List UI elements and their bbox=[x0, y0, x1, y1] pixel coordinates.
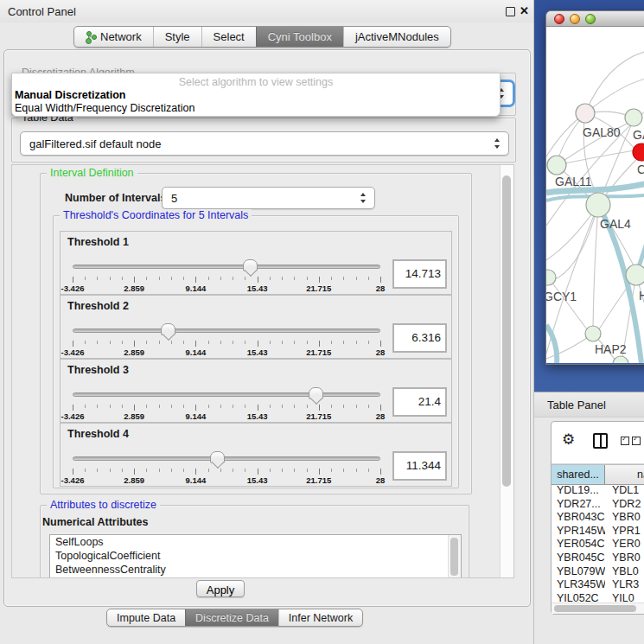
network-canvas[interactable]: GAL80GACGAL11GAL4GCY1HHAP2 bbox=[546, 27, 644, 363]
scrollbar-thumb[interactable] bbox=[502, 175, 511, 487]
threshold-slider[interactable]: -3.4262.8599.14415.4321.71528 bbox=[73, 258, 380, 292]
horizontal-scrollbar[interactable] bbox=[552, 603, 644, 614]
tick-label: 9.144 bbox=[186, 411, 207, 421]
network-node[interactable] bbox=[613, 356, 628, 363]
float-window-icon[interactable] bbox=[506, 7, 515, 16]
table-cell[interactable]: YDR27... bbox=[552, 498, 605, 512]
table-cell[interactable]: YBR0 bbox=[605, 552, 641, 565]
split-columns-icon[interactable] bbox=[593, 433, 608, 449]
slider-thumb[interactable] bbox=[210, 451, 225, 463]
zoom-window-icon[interactable] bbox=[585, 14, 596, 24]
table-cell[interactable]: YPR145W bbox=[552, 525, 605, 539]
network-node[interactable] bbox=[547, 156, 566, 175]
table-cell[interactable]: YDR2 bbox=[605, 498, 641, 512]
table-cell[interactable]: YER054C bbox=[552, 538, 605, 552]
tick-label: 15.43 bbox=[247, 284, 268, 293]
major-tick bbox=[134, 341, 135, 347]
attribute-item[interactable]: BetweennessCentrality bbox=[50, 563, 461, 577]
threshold-slider[interactable]: -3.4262.8599.14415.4321.71528 bbox=[73, 386, 380, 420]
table-cell[interactable]: YDL19... bbox=[552, 484, 605, 498]
column-header-name[interactable]: na bbox=[605, 465, 644, 484]
tick-label: 28 bbox=[376, 348, 386, 357]
major-tick bbox=[134, 469, 135, 475]
select-columns-icon[interactable] bbox=[621, 437, 641, 445]
tab-label: Impute Data bbox=[117, 612, 175, 624]
network-node[interactable] bbox=[626, 265, 644, 285]
table-cell[interactable]: YIL052C bbox=[552, 592, 605, 603]
list-scrollbar[interactable] bbox=[448, 535, 461, 578]
tab-cyni-toolbox[interactable]: Cyni Toolbox bbox=[256, 27, 343, 47]
slider-track[interactable] bbox=[73, 265, 380, 269]
close-window-icon[interactable] bbox=[554, 14, 564, 24]
scrollbar-thumb[interactable] bbox=[554, 605, 636, 612]
table-data-combobox[interactable]: galFiltered.sif default node bbox=[20, 131, 509, 156]
tab-style[interactable]: Style bbox=[153, 27, 201, 47]
close-panel-icon[interactable]: ✕ bbox=[520, 4, 529, 17]
tick-label: 9.144 bbox=[186, 284, 207, 293]
scrollbar-thumb[interactable] bbox=[450, 538, 458, 576]
threshold-value-field[interactable]: 14.713 bbox=[392, 259, 447, 289]
column-header-shared-name[interactable]: shared... bbox=[552, 465, 605, 484]
table-cell[interactable]: YBR0 bbox=[605, 511, 641, 525]
network-node[interactable] bbox=[625, 109, 642, 126]
slider-thumb[interactable] bbox=[309, 387, 323, 399]
slider-thumb[interactable] bbox=[161, 323, 175, 335]
table-cell[interactable]: YBR045C bbox=[552, 552, 605, 565]
table-row[interactable]: YPR145WYPR1 bbox=[552, 525, 644, 539]
checkbox-icon bbox=[621, 437, 629, 445]
tab-jactivemnodules[interactable]: jActiveMNodules bbox=[343, 27, 450, 47]
major-tick bbox=[73, 469, 73, 475]
apply-button[interactable]: Apply bbox=[196, 580, 245, 597]
table-row[interactable]: YBR043CYBR0 bbox=[552, 511, 644, 525]
dropdown-option-manual[interactable]: Manual Discretization bbox=[15, 89, 126, 101]
major-tick bbox=[380, 277, 381, 283]
table-cell[interactable]: YBL0 bbox=[605, 565, 639, 579]
attribute-item[interactable]: SelfLoops bbox=[50, 535, 461, 549]
slider-tick-labels: -3.4262.8599.14415.4321.71528 bbox=[73, 341, 380, 358]
threshold-value-field[interactable]: 11.344 bbox=[392, 451, 447, 481]
network-node[interactable] bbox=[585, 326, 601, 341]
minimize-window-icon[interactable] bbox=[570, 14, 580, 24]
threshold-value-field[interactable]: 6.316 bbox=[392, 323, 447, 353]
tab-impute-data[interactable]: Impute Data bbox=[107, 609, 185, 626]
table-row[interactable]: YDL19...YDL1 bbox=[552, 484, 644, 498]
slider-thumb[interactable] bbox=[243, 259, 258, 271]
table-cell[interactable]: YBL079W bbox=[552, 565, 605, 579]
tab-network[interactable]: Network bbox=[74, 27, 153, 47]
tab-discretize-data[interactable]: Discretize Data bbox=[185, 609, 278, 626]
network-window-titlebar[interactable] bbox=[546, 11, 644, 27]
attributes-group: Attributes to discretize Numerical Attri… bbox=[40, 505, 469, 578]
attribute-item[interactable]: TopologicalCoefficient bbox=[50, 549, 461, 563]
table-cell[interactable]: YDL1 bbox=[605, 484, 639, 498]
network-node[interactable] bbox=[546, 270, 556, 285]
table-row[interactable]: YDR27...YDR2 bbox=[552, 498, 644, 512]
slider-track[interactable] bbox=[73, 392, 380, 397]
slider-track[interactable] bbox=[73, 456, 380, 461]
table-row[interactable]: YBR045CYBR0 bbox=[552, 552, 644, 565]
network-node[interactable] bbox=[586, 193, 610, 217]
num-intervals-combobox[interactable]: 5 bbox=[162, 187, 375, 209]
numerical-attributes-list[interactable]: SelfLoopsTopologicalCoefficientBetweenne… bbox=[49, 534, 462, 578]
network-node[interactable] bbox=[576, 104, 595, 123]
threshold-slider[interactable]: -3.4262.8599.14415.4321.71528 bbox=[73, 322, 380, 356]
table-row[interactable]: YIL052CYIL0 bbox=[552, 592, 644, 603]
tab-infer-network[interactable]: Infer Network bbox=[278, 609, 362, 626]
table-row[interactable]: YLR345WYLR3 bbox=[552, 578, 644, 592]
table-row[interactable]: YER054CYER0 bbox=[552, 538, 644, 552]
table-cell[interactable]: YIL0 bbox=[605, 592, 634, 603]
vertical-scrollbar[interactable] bbox=[500, 165, 513, 577]
table-cell[interactable]: YLR3 bbox=[605, 578, 639, 592]
tab-select[interactable]: Select bbox=[201, 27, 256, 47]
dropdown-option-equal-width[interactable]: Equal Width/Frequency Discretization bbox=[15, 102, 194, 114]
table-cell[interactable]: YPR1 bbox=[605, 525, 641, 539]
threshold-value-field[interactable]: 21.4 bbox=[392, 387, 447, 417]
slider-track[interactable] bbox=[73, 328, 380, 333]
network-node[interactable] bbox=[633, 143, 644, 161]
table-row[interactable]: YBL079WYBL0 bbox=[552, 565, 644, 579]
table-cell[interactable]: YBR043C bbox=[552, 511, 605, 525]
table-cell[interactable]: YER0 bbox=[605, 538, 641, 552]
gear-icon[interactable]: ⚙ bbox=[562, 430, 575, 449]
threshold-slider[interactable]: -3.4262.8599.14415.4321.71528 bbox=[73, 450, 380, 484]
tick-label: 15.43 bbox=[247, 475, 268, 485]
table-cell[interactable]: YLR345W bbox=[552, 578, 605, 592]
